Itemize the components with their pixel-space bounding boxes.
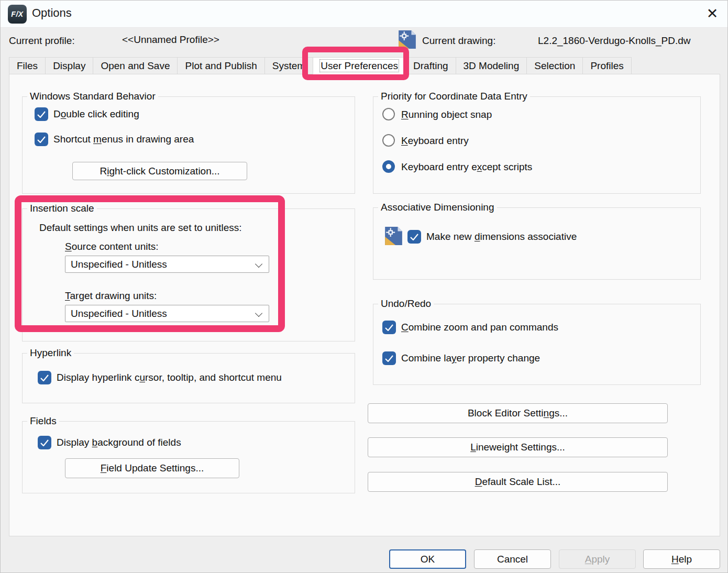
group-associative-dimensioning: Associative Dimensioning xyxy=(373,207,701,280)
double-click-editing-checkbox[interactable] xyxy=(35,107,48,121)
group-title: Insertion scale xyxy=(27,203,97,214)
chevron-down-icon xyxy=(255,310,262,317)
keyboard-entry-except-scripts-radio[interactable] xyxy=(382,160,395,173)
help-button[interactable]: Help xyxy=(643,549,720,569)
target-drawing-units-select[interactable]: Unspecified - Unitless xyxy=(65,305,269,322)
make-dimensions-associative-checkbox[interactable] xyxy=(407,230,421,244)
source-content-units-select[interactable]: Unspecified - Unitless xyxy=(65,256,269,273)
combine-zoom-pan-checkbox[interactable] xyxy=(382,321,396,334)
tab-strip: FilesDisplayOpen and SavePlot and Publis… xyxy=(9,57,632,74)
title-bar: F/X Options ✕ xyxy=(1,1,727,28)
block-editor-settings-button[interactable]: Block Editor Settings... xyxy=(368,403,668,423)
tab-plot-and-publish[interactable]: Plot and Publish xyxy=(177,57,264,74)
running-object-snap-radio[interactable] xyxy=(382,108,395,120)
tab-3d-modeling[interactable]: 3D Modeling xyxy=(456,57,527,74)
chevron-down-icon xyxy=(255,260,262,268)
tab-user-preferences[interactable]: User Preferences xyxy=(313,57,406,74)
combine-zoom-pan-label: Combine zoom and pan commands xyxy=(401,322,558,333)
double-click-editing-label: Double click editing xyxy=(53,108,139,120)
tab-label: System xyxy=(272,60,305,71)
tab-label: Open and Save xyxy=(101,60,170,71)
display-background-fields-label: Display background of fields xyxy=(57,437,181,448)
display-hyperlink-cursor-label: Display hyperlink cursor, tooltip, and s… xyxy=(57,372,282,383)
group-title: Fields xyxy=(27,415,59,427)
cancel-button[interactable]: Cancel xyxy=(474,549,551,569)
keyboard-entry-radio[interactable] xyxy=(382,134,395,147)
tab-files[interactable]: Files xyxy=(9,57,46,74)
drawing-file-icon xyxy=(383,226,403,246)
tab-label: Plot and Publish xyxy=(185,60,257,71)
tab-label: User Preferences xyxy=(321,60,398,71)
display-hyperlink-cursor-checkbox[interactable] xyxy=(38,371,51,384)
user-preferences-panel: Windows Standard Behavior Double click e… xyxy=(9,74,720,536)
tab-label: Files xyxy=(17,60,38,71)
check-icon xyxy=(385,355,393,362)
options-dialog: F/X Options ✕ Current profile: <<Unnamed… xyxy=(0,0,728,573)
tab-selection[interactable]: Selection xyxy=(526,57,583,74)
shortcut-menus-checkbox[interactable] xyxy=(35,133,48,146)
shortcut-menus-label: Shortcut menus in drawing area xyxy=(53,134,194,145)
keyboard-entry-label: Keyboard entry xyxy=(401,135,469,147)
drawing-file-icon xyxy=(397,30,417,50)
check-icon xyxy=(40,374,49,381)
tab-open-and-save[interactable]: Open and Save xyxy=(93,57,178,74)
make-dimensions-associative-label: Make new dimensions associative xyxy=(426,231,577,243)
keyboard-entry-except-scripts-label: Keyboard entry except scripts xyxy=(401,161,532,173)
unitless-intro-label: Default settings when units are set to u… xyxy=(39,222,242,234)
check-icon xyxy=(385,324,393,331)
check-icon xyxy=(40,439,49,446)
check-icon xyxy=(410,234,418,240)
group-title: Priority for Coordinate Data Entry xyxy=(378,91,530,102)
check-icon xyxy=(37,136,46,143)
tab-display[interactable]: Display xyxy=(45,57,93,74)
selected-value: Unspecified - Unitless xyxy=(71,259,167,270)
group-undo-redo: Undo/Redo xyxy=(373,304,701,385)
group-title: Windows Standard Behavior xyxy=(27,91,158,102)
tab-profiles[interactable]: Profiles xyxy=(582,57,631,74)
group-title: Hyperlink xyxy=(27,347,74,359)
selected-value: Unspecified - Unitless xyxy=(71,308,167,319)
tab-label: Display xyxy=(53,60,85,71)
tab-system[interactable]: System xyxy=(264,57,313,74)
current-drawing-value: L2.2_1860-Verdugo-Knolls_PD.dw xyxy=(538,35,691,47)
tab-drafting[interactable]: Drafting xyxy=(405,57,456,74)
current-drawing-label: Current drawing: xyxy=(422,35,495,47)
field-update-settings-button[interactable]: Field Update Settings... xyxy=(65,458,239,478)
combine-layer-property-label: Combine layer property change xyxy=(401,352,540,364)
running-object-snap-label: Running object snap xyxy=(401,109,492,120)
tab-label: 3D Modeling xyxy=(464,60,520,71)
tab-label: Profiles xyxy=(590,60,623,71)
display-background-fields-checkbox[interactable] xyxy=(38,436,51,449)
fx-logo-icon: F/X xyxy=(8,5,27,24)
group-title: Undo/Redo xyxy=(378,298,434,310)
tab-label: Drafting xyxy=(413,60,448,71)
ok-button[interactable]: OK xyxy=(389,549,466,569)
window-title: Options xyxy=(32,6,72,20)
apply-button[interactable]: Apply xyxy=(559,549,636,569)
group-title: Associative Dimensioning xyxy=(378,202,497,213)
combine-layer-property-checkbox[interactable] xyxy=(382,351,396,365)
close-icon[interactable]: ✕ xyxy=(702,4,722,24)
tab-label: Selection xyxy=(534,60,575,71)
right-click-customization-button[interactable]: Right-click Customization... xyxy=(72,162,247,180)
current-profile-label: Current profile: xyxy=(9,35,75,47)
default-scale-list-button[interactable]: Default Scale List... xyxy=(368,472,668,492)
target-drawing-units-label: Target drawing units: xyxy=(65,290,157,302)
check-icon xyxy=(37,111,46,118)
current-profile-value: <<Unnamed Profile>> xyxy=(122,34,219,46)
lineweight-settings-button[interactable]: Lineweight Settings... xyxy=(368,437,668,457)
source-content-units-label: Source content units: xyxy=(65,241,159,252)
group-fields: Fields xyxy=(22,421,355,493)
